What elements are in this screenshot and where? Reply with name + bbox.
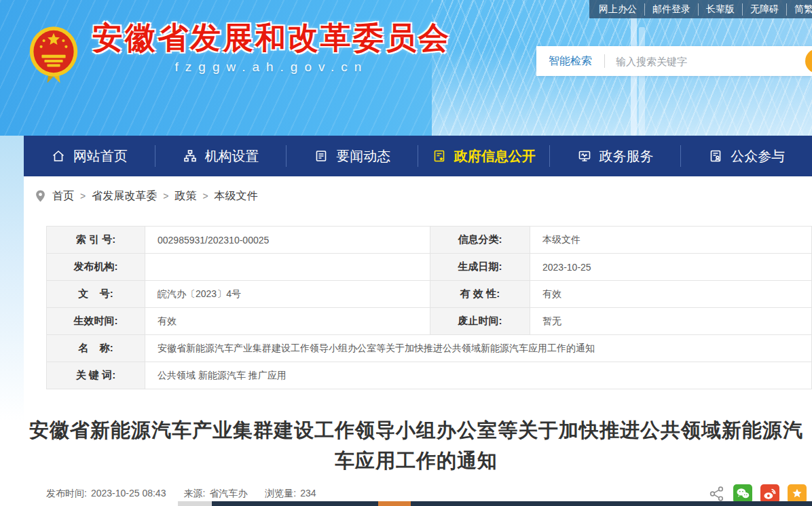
field-value-keywords: 公共领域 新能源汽车 推广应用 (145, 362, 812, 389)
views-label: 浏览量: (265, 488, 296, 499)
nav-label: 政务服务 (599, 147, 654, 166)
main-navigation: 网站首页 机构设置 要闻动态 政府信息公开 (24, 136, 812, 176)
national-emblem-icon (26, 24, 81, 84)
site-title: 安徽省发展和改革委员会 (92, 20, 451, 56)
top-link-online-office[interactable]: 网上办公 (599, 3, 637, 16)
qzone-share-icon[interactable] (788, 484, 807, 503)
share-icon[interactable] (709, 486, 725, 502)
org-chart-icon (183, 149, 198, 163)
breadcrumb-item-commission[interactable]: 省发展改革委 (92, 189, 157, 203)
wechat-share-icon[interactable] (733, 484, 752, 503)
breadcrumb: 首页 > 省发展改革委 > 政策 > 本级文件 (24, 176, 812, 216)
breadcrumb-item-home[interactable]: 首页 (52, 189, 74, 203)
location-pin-icon (35, 189, 46, 203)
field-value-effective-time: 有效 (145, 308, 430, 335)
field-value-generation-date: 2023-10-25 (530, 254, 812, 281)
publish-time: 发布时间:2023-10-25 08:43 (46, 488, 166, 500)
field-label-issuing-agency: 发布机构: (47, 254, 145, 281)
publish-time-label: 发布时间: (46, 488, 87, 499)
monitor-pulse-icon (577, 149, 592, 163)
view-count: 浏览量:234 (265, 488, 316, 500)
source-label: 来源: (183, 488, 205, 499)
document-star-icon (432, 149, 447, 163)
field-value-issuing-agency (145, 254, 430, 281)
field-value-validity: 有效 (530, 281, 812, 308)
nav-label: 要闻动态 (336, 147, 390, 166)
top-link-accessibility[interactable]: 无障碍 (742, 3, 779, 16)
top-link-simplified-traditional[interactable]: 简繁 (786, 3, 812, 16)
document-info-table: 索 引 号: 002985931/202310-00025 信息分类: 本级文件… (46, 226, 812, 389)
top-link-elder-version[interactable]: 长辈版 (698, 3, 735, 16)
top-link-mail-login[interactable]: 邮件登录 (644, 3, 690, 16)
field-label-generation-date: 生成日期: (430, 254, 530, 281)
article-title: 安徽省新能源汽车产业集群建设工作领导小组办公室等关于加快推进公共领域新能源汽车应… (27, 415, 805, 476)
field-value-name: 安徽省新能源汽车产业集群建设工作领导小组办公室等关于加快推进公共领域新能源汽车应… (145, 335, 812, 362)
field-label-repeal-time: 废止时间: (430, 308, 530, 335)
site-logo[interactable]: 安徽省发展和改革委员会 fzggw.ah.gov.cn (26, 20, 451, 84)
breadcrumb-separator: > (163, 191, 168, 201)
weibo-share-icon[interactable] (760, 484, 779, 503)
site-url: fzggw.ah.gov.cn (92, 60, 451, 75)
field-label-validity: 有 效 性: (430, 281, 530, 308)
nav-label: 公众参与 (731, 147, 785, 166)
field-value-index-no: 002985931/202310-00025 (145, 227, 430, 254)
breadcrumb-separator: > (202, 191, 208, 201)
field-value-repeal-time: 暂无 (530, 308, 812, 335)
breadcrumb-separator: > (80, 191, 86, 201)
site-identity: 安徽省发展和改革委员会 fzggw.ah.gov.cn (92, 20, 451, 75)
share-toolbar (709, 484, 807, 503)
nav-label: 机构设置 (205, 147, 259, 166)
field-label-effective-time: 生效时间: (47, 308, 145, 335)
bridge-pylon (639, 27, 645, 136)
bottom-strip-orange (378, 501, 411, 506)
page-left-margin (0, 136, 24, 421)
nav-item-news[interactable]: 要闻动态 (314, 147, 390, 166)
newspaper-icon (314, 149, 329, 163)
field-label-keywords: 关 键 词: (47, 362, 145, 389)
home-icon (51, 149, 66, 163)
field-value-info-category: 本级文件 (530, 227, 812, 254)
nav-item-home[interactable]: 网站首页 (51, 147, 128, 166)
field-label-info-category: 信息分类: (430, 227, 530, 254)
nav-item-public-participation[interactable]: 公众参与 (708, 147, 785, 166)
nav-item-gov-services[interactable]: 政务服务 (577, 147, 654, 166)
search-input[interactable] (605, 56, 812, 67)
nav-item-organization[interactable]: 机构设置 (183, 147, 259, 166)
breadcrumb-item-current-level-docs[interactable]: 本级文件 (215, 189, 258, 203)
top-utility-bar: 网上办公 邮件登录 长辈版 无障碍 简繁 (589, 0, 812, 18)
article-source: 来源:省汽车办 (183, 488, 247, 500)
breadcrumb-item-policy[interactable]: 政策 (174, 189, 196, 203)
nav-label: 网站首页 (73, 147, 128, 166)
views-value: 234 (300, 488, 316, 499)
bottom-strip-dark (212, 501, 812, 506)
smart-search-label[interactable]: 智能检索 (536, 54, 604, 69)
document-person-icon (708, 149, 723, 163)
field-value-doc-number: 皖汽办〔2023〕4号 (145, 281, 430, 308)
field-label-name: 名 称: (47, 335, 145, 362)
search-bar: 智能检索 (536, 46, 812, 76)
publish-time-value: 2023-10-25 08:43 (91, 488, 166, 499)
bottom-content-strip (178, 501, 812, 506)
nav-label: 政府信息公开 (454, 147, 536, 166)
nav-item-gov-info-disclosure[interactable]: 政府信息公开 (432, 147, 536, 166)
search-button[interactable] (805, 49, 812, 73)
field-label-index-no: 索 引 号: (47, 227, 145, 254)
field-label-doc-number: 文 号: (47, 281, 145, 308)
source-value: 省汽车办 (209, 488, 247, 499)
